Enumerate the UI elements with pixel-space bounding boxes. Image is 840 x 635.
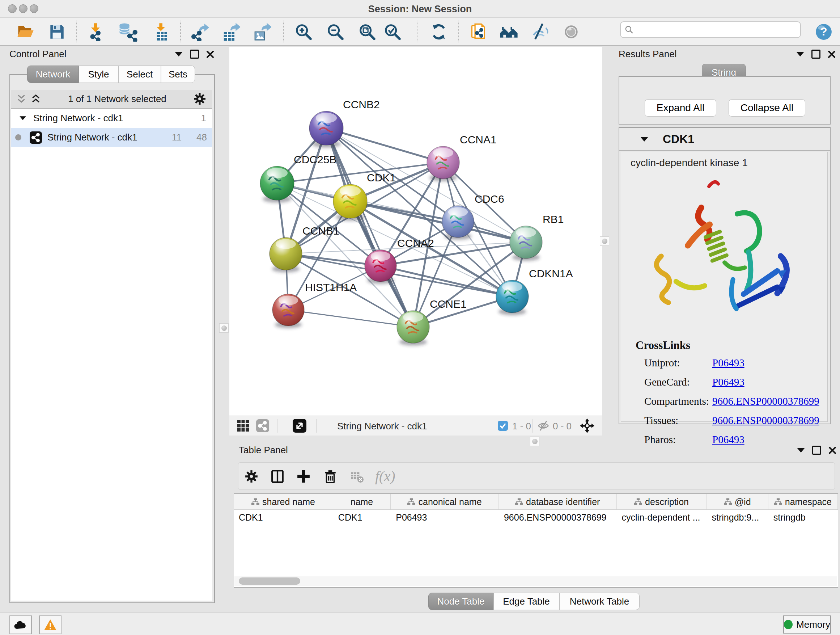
scrollbar-thumb[interactable] (239, 578, 300, 585)
export-network-icon[interactable] (191, 22, 210, 42)
collection-expander-icon[interactable] (19, 116, 26, 120)
memory-button[interactable]: Memory (783, 616, 831, 633)
collapse-all-networks-icon[interactable] (16, 93, 27, 104)
table-cell[interactable]: stringdb:9... (707, 510, 768, 525)
crosslink-row: Compartments:9606.ENSP00000378699 (644, 392, 821, 411)
tab-network-table[interactable]: Network Table (559, 593, 639, 610)
tab-edge-table[interactable]: Edge Table (493, 593, 559, 610)
left-splitter-handle[interactable] (219, 323, 229, 333)
hide-graphics-details-icon[interactable] (531, 22, 550, 42)
network-options-gear-icon[interactable] (193, 92, 206, 105)
table-cell[interactable]: cyclin-dependent ... (617, 510, 707, 525)
crosslink-link[interactable]: 9606.ENSP00000378699 (712, 395, 819, 407)
network-canvas[interactable]: CCNB2CCNA1CDC25BCDK1CDC6RB1CCNB1CCNA2CDK… (229, 47, 602, 416)
import-network-from-database-icon[interactable] (118, 22, 137, 42)
right-splitter-handle[interactable] (600, 236, 609, 246)
warning-icon (44, 619, 57, 631)
table-row[interactable]: CDK1CDK1P064939606.ENSP00000378699cyclin… (234, 510, 838, 525)
collapse-all-button[interactable]: Collapse All (729, 99, 805, 117)
node-label-cdk1: CDK1 (367, 172, 396, 184)
control-panel-tabs: NetworkStyleSelectSets (27, 65, 195, 83)
control-panel-menu-icon[interactable] (175, 52, 183, 57)
export-table-icon[interactable] (221, 22, 241, 42)
export-image-icon[interactable] (253, 22, 272, 42)
import-table-icon[interactable] (153, 22, 172, 42)
search-field[interactable] (620, 21, 801, 38)
tab-sets[interactable]: Sets (161, 65, 195, 83)
open-in-new-window-icon[interactable] (292, 418, 308, 433)
network-row-selected[interactable]: String Network - cdk1 11 48 (11, 128, 212, 147)
search-input[interactable] (637, 24, 797, 35)
tab-style[interactable]: Style (79, 65, 118, 83)
expand-all-networks-icon[interactable] (30, 93, 41, 104)
tab-select[interactable]: Select (118, 65, 161, 83)
string-app-icon (29, 131, 42, 144)
hidden-eye-icon (537, 420, 550, 432)
column-header-namespace[interactable]: namespace (768, 494, 838, 509)
grid-view-icon[interactable] (235, 418, 251, 433)
results-panel-title: Results Panel (619, 49, 676, 60)
table-header-row: shared namenamecanonical namedatabase id… (234, 494, 838, 510)
table-panel-float-icon[interactable] (812, 446, 821, 455)
import-network-icon[interactable] (87, 22, 106, 42)
selected-nodes-checkbox-icon[interactable] (497, 420, 508, 432)
crosslink-link[interactable]: P06493 (712, 434, 745, 446)
column-header-description[interactable]: description (617, 494, 707, 509)
main-toolbar: ? (0, 18, 840, 46)
crosslink-link[interactable]: P06493 (712, 376, 745, 388)
expand-all-button[interactable]: Expand All (645, 99, 716, 117)
help-icon[interactable]: ? (814, 22, 834, 42)
zoom-fit-icon[interactable] (357, 22, 377, 42)
tab-node-table[interactable]: Node Table (428, 593, 493, 610)
column-header-shared-name[interactable]: shared name (234, 494, 333, 509)
control-panel-close-icon[interactable] (206, 50, 214, 58)
crosslink-link[interactable]: 9606.ENSP00000378699 (712, 415, 819, 426)
column-header-name[interactable]: name (333, 494, 391, 509)
home-icon[interactable] (499, 22, 519, 42)
table-cell[interactable]: stringdb (768, 510, 838, 525)
table-horizontal-scrollbar[interactable] (234, 576, 837, 586)
column-header-@id[interactable]: @id (707, 494, 768, 509)
delete-column-icon[interactable] (322, 469, 338, 485)
crosslinks-title: CrossLinks (636, 339, 690, 352)
results-panel-menu-icon[interactable] (796, 52, 804, 57)
results-panel-close-icon[interactable] (828, 50, 836, 58)
table-cell[interactable]: P06493 (391, 510, 499, 525)
node-label-cdkn1a: CDKN1A (529, 268, 573, 279)
table-options-gear-icon[interactable] (243, 469, 259, 485)
crosslink-label: Uniprot: (644, 357, 712, 369)
show-graphics-details-icon[interactable] (561, 22, 581, 42)
control-panel-float-icon[interactable] (190, 50, 199, 59)
gene-entry-header[interactable]: CDK1 (619, 128, 830, 151)
network-edge-count: 48 (182, 132, 207, 143)
table-cell[interactable]: CDK1 (333, 510, 391, 525)
table-cell[interactable]: CDK1 (234, 510, 333, 525)
refresh-icon[interactable] (429, 22, 448, 42)
save-session-icon[interactable] (47, 22, 66, 42)
svg-text:?: ? (820, 25, 827, 38)
memory-label: Memory (796, 619, 830, 630)
birdseye-navigator-icon[interactable] (579, 417, 595, 434)
title-bar: Session: New Session (0, 0, 840, 18)
zoom-out-icon[interactable] (325, 22, 345, 42)
zoom-selected-icon[interactable] (383, 22, 402, 42)
table-cell[interactable]: 9606.ENSP00000378699 (499, 510, 617, 525)
warning-status-button[interactable] (39, 616, 62, 634)
share-document-icon[interactable] (470, 22, 489, 42)
gene-expander-icon[interactable] (640, 137, 648, 141)
table-panel-menu-icon[interactable] (797, 448, 805, 453)
network-collection-row[interactable]: String Network - cdk1 1 (11, 109, 212, 128)
show-columns-icon[interactable] (270, 469, 286, 485)
open-session-icon[interactable] (16, 22, 35, 42)
network-share-view-icon[interactable] (255, 418, 271, 433)
column-header-database-identifier[interactable]: database identifier (499, 494, 617, 509)
zoom-in-icon[interactable] (294, 22, 313, 42)
results-panel-float-icon[interactable] (812, 50, 821, 59)
tab-network[interactable]: Network (27, 65, 79, 83)
add-column-icon[interactable] (295, 469, 311, 485)
table-panel-close-icon[interactable] (829, 447, 836, 454)
cloud-status-button[interactable] (9, 616, 32, 634)
bottom-splitter-handle[interactable] (530, 437, 539, 446)
crosslink-link[interactable]: P06493 (712, 357, 745, 369)
column-header-canonical-name[interactable]: canonical name (391, 494, 499, 509)
